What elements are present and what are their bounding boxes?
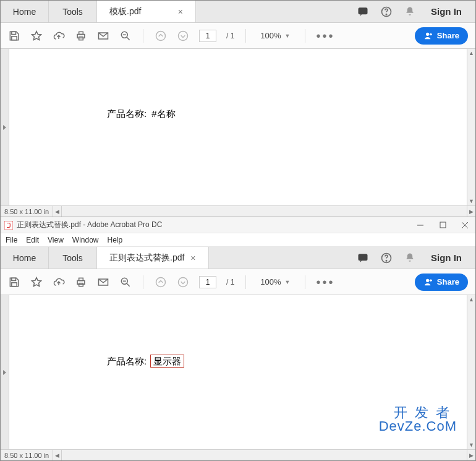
scroll-up-icon[interactable]: ▲ xyxy=(467,295,475,304)
page-down-icon[interactable] xyxy=(177,30,189,42)
share-button-label: Share xyxy=(437,277,459,287)
scroll-left-icon[interactable]: ◀ xyxy=(53,206,62,217)
scroll-down-icon[interactable]: ▼ xyxy=(467,441,475,449)
star-icon[interactable] xyxy=(30,30,43,42)
more-icon[interactable]: ••• xyxy=(317,30,335,42)
app-root: Home Tools 模板.pdf × Sign In xyxy=(0,0,476,461)
window-bottom: 正则表达式替换.pdf - Adobe Acrobat Pro DC File … xyxy=(1,217,475,460)
tabs-left: Home Tools 正则表达式替换.pdf × xyxy=(1,247,209,269)
scroll-up-icon[interactable]: ▲ xyxy=(467,49,475,58)
search-minus-icon[interactable] xyxy=(119,30,132,42)
print-icon[interactable] xyxy=(75,276,87,288)
document-canvas[interactable]: 产品名称: 显示器 开发者 DevZe.CoM xyxy=(9,295,467,449)
acrobat-icon xyxy=(4,221,13,230)
chevron-down-icon: ▼ xyxy=(285,279,291,285)
sign-in-link[interactable]: Sign In xyxy=(427,252,465,263)
close-window-icon[interactable] xyxy=(461,221,469,230)
svg-point-20 xyxy=(386,260,386,261)
close-icon[interactable]: × xyxy=(178,7,183,17)
help-icon[interactable] xyxy=(380,6,393,18)
left-panel-toggle[interactable] xyxy=(1,295,9,449)
toolbar-separator-2 xyxy=(245,29,246,43)
zoom-dropdown[interactable]: 100% ▼ xyxy=(257,30,293,41)
tab-home[interactable]: Home xyxy=(1,247,49,269)
save-icon[interactable] xyxy=(8,276,20,288)
page-total-label: / 1 xyxy=(226,278,234,287)
cloud-upload-icon[interactable] xyxy=(53,276,65,288)
star-icon[interactable] xyxy=(30,276,43,288)
horizontal-scrollbar[interactable]: ◀ ▶ xyxy=(53,450,475,460)
print-icon[interactable] xyxy=(75,30,87,42)
chat-icon[interactable] xyxy=(357,6,369,18)
tab-document[interactable]: 正则表达式替换.pdf × xyxy=(97,247,209,269)
svg-rect-21 xyxy=(12,278,16,280)
pdf-text-line: 产品名称: #名称 xyxy=(107,108,176,120)
field-value: #名称 xyxy=(151,108,175,119)
scroll-right-icon[interactable]: ▶ xyxy=(467,450,475,460)
menu-window[interactable]: Window xyxy=(72,236,99,244)
toolbar: / 1 100% ▼ ••• Share xyxy=(1,23,475,49)
menu-view[interactable]: View xyxy=(48,236,64,244)
page-number-input[interactable] xyxy=(199,30,216,42)
left-panel-toggle[interactable] xyxy=(1,49,9,205)
cloud-upload-icon[interactable] xyxy=(53,30,65,42)
toolbar-separator-3 xyxy=(305,275,305,289)
page-up-icon[interactable] xyxy=(155,30,167,42)
workspace: 产品名称: #名称 ▲ ▼ xyxy=(1,49,475,205)
share-button[interactable]: Share xyxy=(415,274,468,291)
chevron-right-icon xyxy=(3,370,6,375)
help-icon[interactable] xyxy=(380,252,393,264)
bell-icon[interactable] xyxy=(404,252,416,264)
zoom-dropdown[interactable]: 100% ▼ xyxy=(257,276,293,288)
scroll-right-icon[interactable]: ▶ xyxy=(467,206,475,217)
sign-in-link[interactable]: Sign In xyxy=(427,6,465,17)
minimize-icon[interactable] xyxy=(416,221,425,230)
workspace: 产品名称: 显示器 开发者 DevZe.CoM ▲ ▼ xyxy=(1,295,475,449)
scroll-down-icon[interactable]: ▼ xyxy=(467,197,475,205)
svg-rect-6 xyxy=(79,32,83,34)
tab-document[interactable]: 模板.pdf × xyxy=(97,1,196,22)
menu-help[interactable]: Help xyxy=(108,236,123,244)
window-title: 正则表达式替换.pdf - Adobe Acrobat Pro DC xyxy=(17,220,162,230)
page-up-icon[interactable] xyxy=(155,276,167,288)
bell-icon[interactable] xyxy=(404,6,416,18)
svg-rect-15 xyxy=(440,222,446,228)
vertical-scrollbar[interactable]: ▲ ▼ xyxy=(467,295,475,449)
menu-bar: File Edit View Window Help xyxy=(1,233,475,247)
document-canvas[interactable]: 产品名称: #名称 xyxy=(9,49,467,205)
menu-file[interactable]: File xyxy=(6,236,17,244)
page-number-input[interactable] xyxy=(199,276,216,288)
mail-icon[interactable] xyxy=(97,276,109,288)
page-down-icon[interactable] xyxy=(177,276,189,288)
chat-icon[interactable] xyxy=(357,252,369,264)
pdf-text-line: 产品名称: 显示器 xyxy=(107,356,184,368)
person-plus-icon xyxy=(423,31,433,41)
scroll-track[interactable] xyxy=(467,304,475,441)
svg-rect-25 xyxy=(79,283,83,286)
svg-rect-0 xyxy=(359,7,368,14)
more-icon[interactable]: ••• xyxy=(317,276,335,288)
share-button[interactable]: Share xyxy=(415,27,468,45)
tab-home[interactable]: Home xyxy=(1,1,49,22)
maximize-icon[interactable] xyxy=(438,221,447,230)
mail-icon[interactable] xyxy=(97,30,109,42)
menu-edit[interactable]: Edit xyxy=(26,236,39,244)
horizontal-scrollbar[interactable]: ◀ ▶ xyxy=(53,206,475,217)
zoom-value: 100% xyxy=(260,277,281,287)
tabs-left: Home Tools 模板.pdf × xyxy=(1,1,196,22)
scroll-left-icon[interactable]: ◀ xyxy=(53,450,62,460)
share-button-label: Share xyxy=(437,31,459,40)
search-minus-icon[interactable] xyxy=(119,276,132,288)
page-total-label: / 1 xyxy=(226,32,234,40)
close-icon[interactable]: × xyxy=(190,253,195,263)
svg-point-10 xyxy=(156,31,166,40)
tab-tools[interactable]: Tools xyxy=(49,247,97,269)
person-plus-icon xyxy=(423,277,433,287)
vertical-scrollbar[interactable]: ▲ ▼ xyxy=(467,49,475,205)
tab-document-label: 正则表达式替换.pdf xyxy=(109,252,184,264)
tab-tools[interactable]: Tools xyxy=(49,1,97,22)
save-icon[interactable] xyxy=(8,30,20,42)
scroll-track[interactable] xyxy=(467,58,475,197)
field-value-box: 显示器 xyxy=(150,355,184,368)
title-bar: 正则表达式替换.pdf - Adobe Acrobat Pro DC xyxy=(1,217,475,233)
